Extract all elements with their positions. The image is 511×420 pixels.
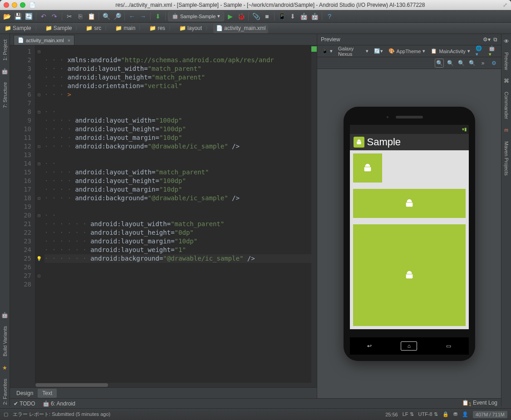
save-button[interactable]: 💾 [13,11,23,21]
zoom-fit-button[interactable]: 🔍 [435,59,444,68]
structure-tool-tab[interactable]: 7: Structure [2,80,8,110]
replace-button[interactable]: 🔎 [112,11,122,21]
redo-button[interactable]: ↷ [49,11,59,21]
back-button[interactable]: ← [127,11,137,21]
android-button[interactable]: 🤖 [310,11,319,21]
design-tab[interactable]: Design [12,389,38,398]
zoom-out-button[interactable]: 🔍 [467,59,477,68]
run-button[interactable]: ▶ [225,11,235,21]
commander-icon[interactable]: ⌘ [503,77,510,84]
status-message: エラー レポート: Submitted (5 minutes ago) [13,411,110,418]
preview-zoom-toolbar: 🔍 🔍 🔍 🔍 » ⚙ [317,57,501,69]
maven-icon[interactable]: m [503,127,510,134]
breadcrumb-item[interactable]: 📁main〉 [113,23,147,33]
tool-window-toggle[interactable]: ▢ [4,411,8,417]
paste-button[interactable]: 📋 [86,11,96,21]
sync-button[interactable]: 🔄 [24,11,34,21]
preview-tool-tab[interactable]: Preview [504,50,509,72]
device-name-select[interactable]: Galaxy Nexus▾ [336,45,370,58]
device-select[interactable]: 📱▾ [320,47,334,55]
open-button[interactable]: 📂 [2,11,12,21]
breadcrumb-item[interactable]: 📄activity_main.xml [213,23,268,33]
preview-button-3[interactable] [353,224,466,326]
app-icon [354,137,364,148]
app-bar: Sample [350,134,469,150]
preview-button-1[interactable] [353,153,382,183]
theme-select[interactable]: 🎨AppTheme▾ [387,47,427,55]
breadcrumb-item[interactable]: 📁src〉 [83,23,113,33]
avd-button[interactable]: 📱 [277,11,287,21]
bottom-tool-bar: ✔ TODO 🤖 6: Android 📋1 Event Log [10,398,501,408]
attach-debugger-button[interactable]: 📎 [251,11,261,21]
make-button[interactable]: ⬇ [153,11,163,21]
run-configuration-select[interactable]: 🤖 Sample-Sample ▾ [168,11,224,21]
stop-button[interactable]: ■ [262,11,272,21]
theme-icon: 🎨 [388,48,395,54]
memory-indicator[interactable]: 407M / 711M [473,411,507,418]
breadcrumb-item[interactable]: 📁Sample〉 [43,23,84,33]
lock-icon[interactable]: 🔒 [442,411,449,417]
more-button[interactable]: » [478,59,487,68]
api-select[interactable]: 🤖▾ [487,44,498,58]
line-number-gutter: 1234567891011121314151617181920212223242… [10,45,35,387]
recent-nav-button[interactable]: ▭ [441,341,457,351]
line-separator[interactable]: LF ⇅ [403,411,414,417]
zoom-actual-button[interactable]: 🔍 [446,59,455,68]
help-button[interactable]: ? [324,11,334,21]
star-icon[interactable]: ★ [1,364,9,371]
git-icon[interactable]: ⛃ [453,411,457,417]
back-nav-button[interactable]: ↩ [361,341,378,351]
code-body[interactable]: · · · xmlns:android="http://schemas.andr… [43,45,317,387]
editor-tab[interactable]: 📄 activity_main.xml × [14,35,74,45]
window-zoom-button[interactable] [20,2,25,8]
android-tool-button[interactable]: 🤖 6: Android [43,400,75,407]
commander-tool-tab[interactable]: Commander [504,90,509,121]
restore-icon[interactable]: ⧉ [493,36,497,43]
window-title: res/.../activity_main.xml - [Sample-Samp… [38,2,503,8]
forward-button[interactable]: → [138,11,148,21]
android-icon[interactable]: 🤖 [1,68,9,75]
copy-button[interactable]: ⎘ [75,11,85,21]
android-icon[interactable]: 🤖 [1,311,9,319]
home-nav-button[interactable]: ⌂ [401,341,417,351]
todo-tool-button[interactable]: ✔ TODO [14,400,35,407]
preview-canvas[interactable]: ▾▮ Sample ↩ ⌂ ▭ [317,69,501,398]
event-log-button[interactable]: 📋1 Event Log [462,400,497,407]
preview-button-2[interactable] [353,189,466,218]
find-button[interactable]: 🔍 [101,11,111,21]
cut-button[interactable]: ✂ [64,11,74,21]
ddms-button[interactable]: 🤖 [299,11,309,21]
caret-position[interactable]: 25:56 [385,412,398,417]
inspector-icon[interactable]: 👤 [462,411,468,417]
window-resize-icon[interactable]: ⤢ [503,2,507,8]
encoding[interactable]: UTF-8 ⇅ [418,411,438,417]
zoom-in-button[interactable]: 🔍 [457,59,466,68]
debug-button[interactable]: 🐞 [236,11,246,21]
device-screen[interactable]: ▾▮ Sample [350,125,469,329]
settings-button[interactable]: ⚙ [489,59,498,68]
favorites-tab[interactable]: 2: Favorites [2,377,8,406]
preview-title: Preview [321,36,340,43]
preview-icon[interactable]: 👁 [503,38,510,45]
build-variants-tab[interactable]: Build Variants [2,324,8,358]
breadcrumb-bar: 📁Sample〉 📁Sample〉 📁src〉 📁main〉 📁res〉 📁la… [0,23,511,34]
window-close-button[interactable] [4,2,9,8]
code-editor[interactable]: 1234567891011121314151617181920212223242… [10,45,317,387]
dropdown-icon: ▾ [217,13,220,19]
undo-button[interactable]: ↶ [39,11,49,21]
text-tab[interactable]: Text [38,389,57,398]
locale-select[interactable]: 🌐▾ [474,44,485,58]
close-tab-icon[interactable]: × [68,38,70,43]
breadcrumb-item[interactable]: 📁Sample〉 [2,23,43,33]
window-minimize-button[interactable] [12,2,17,8]
project-tool-tab[interactable]: 1: Project [2,38,8,62]
horizontal-scrollbar[interactable] [35,383,311,387]
activity-select[interactable]: 📋MainActivity▾ [429,47,472,55]
breadcrumb-item[interactable]: 📁res〉 [147,23,177,33]
orientation-select[interactable]: 🔄▾ [372,47,385,55]
maven-tool-tab[interactable]: Maven Projects [504,139,509,178]
sdk-button[interactable]: ⬇ [288,11,298,21]
gear-icon[interactable]: ⚙▾ [483,36,491,43]
breadcrumb-item[interactable]: 📁layout〉 [177,23,213,33]
editor-mode-tabs: Design Text [10,387,317,398]
